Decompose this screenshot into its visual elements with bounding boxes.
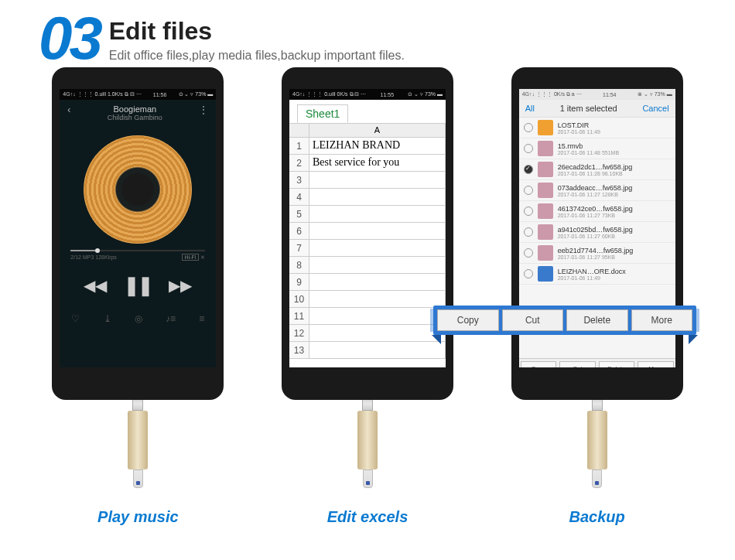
context-menu-small: CopyCutDeleteMore	[519, 358, 675, 378]
select-radio[interactable]	[524, 144, 533, 153]
cell[interactable]	[309, 291, 446, 307]
sheet-row[interactable]: 10	[289, 291, 446, 308]
select-radio[interactable]	[524, 207, 533, 216]
row-number: 2	[289, 155, 309, 171]
hifi-badge: Hi-Fi	[182, 254, 200, 261]
file-thumb	[538, 162, 553, 177]
eq-icon[interactable]: ◎	[135, 313, 142, 324]
sheet-row[interactable]: 6	[289, 223, 446, 240]
sheet-row[interactable]: 3	[289, 172, 446, 189]
context-more-button[interactable]: More	[638, 361, 674, 376]
file-item[interactable]: 26ecad2dc1…fw658.jpg2017-01-06 11:28 98.…	[519, 159, 675, 180]
file-item[interactable]: 15.rmvb2017-01-06 11:48 551MB	[519, 138, 675, 159]
action-bar-overlay: CopyCutDeleteMore	[433, 306, 696, 335]
phone-sheet-column: 4G↑↓ ⋮⋮⋮ 0.uill 0K/s ⧉ ⊟ ⋯ 11:55 ⊙ ⌄ ▿ 7…	[253, 67, 483, 526]
lyrics-icon[interactable]: ♪≡	[166, 313, 176, 324]
select-radio[interactable]	[524, 248, 533, 258]
phone-brand: HUAWEI	[519, 382, 675, 391]
select-radio[interactable]	[524, 123, 533, 132]
download-icon[interactable]: ⤓	[104, 313, 111, 324]
select-radio[interactable]	[524, 269, 533, 278]
section-title: Edit files	[109, 17, 405, 46]
cell[interactable]	[309, 189, 446, 205]
sheet-row[interactable]: 4	[289, 189, 446, 206]
file-name: 073addeacc…fw658.jpg	[558, 184, 671, 192]
more-icon[interactable]: ⋮	[199, 104, 208, 121]
file-item[interactable]: 4613742ce0…fw658.jpg2017-01-06 11:27 73K…	[519, 201, 675, 222]
sheet-row[interactable]: 2Best service for you	[289, 155, 446, 172]
selection-count: 1 item selected	[560, 104, 617, 113]
status-bar: 4G↑↓ ⋮⋮⋮ 0K/s ⧉ a ⋯ 11:54 ⊗ ⌄ ▿ 73% ▬	[519, 89, 675, 100]
sheet-row[interactable]: 8	[289, 257, 446, 274]
context-copy-button[interactable]: Copy	[521, 361, 557, 376]
row-number: 6	[289, 223, 309, 239]
file-name: a941c025bd…fw658.jpg	[558, 226, 671, 234]
cell[interactable]	[309, 223, 446, 239]
sheet-row[interactable]: 9	[289, 274, 446, 291]
cell[interactable]	[309, 308, 446, 324]
phone-files: 4G↑↓ ⋮⋮⋮ 0K/s ⧉ a ⋯ 11:54 ⊗ ⌄ ▿ 73% ▬ Al…	[511, 67, 683, 400]
phone-files-column: 4G↑↓ ⋮⋮⋮ 0K/s ⧉ a ⋯ 11:54 ⊗ ⌄ ▿ 73% ▬ Al…	[482, 67, 712, 526]
context-cut-button[interactable]: Cut	[559, 361, 596, 376]
cell[interactable]	[309, 172, 446, 188]
cell[interactable]	[309, 257, 446, 273]
overlay-more-button[interactable]: More	[631, 309, 693, 331]
cell[interactable]: Best service for you	[309, 155, 446, 171]
phone-brand: HUAWEI	[289, 382, 446, 391]
row-number: 1	[289, 138, 309, 154]
context-delete-button[interactable]: Delete	[599, 361, 635, 376]
cancel-button[interactable]: Cancel	[642, 104, 668, 113]
overlay-copy-button[interactable]: Copy	[437, 309, 499, 331]
cell[interactable]	[309, 240, 446, 256]
file-meta: 2017-01-06 11:28 98.10KB	[558, 171, 671, 176]
file-meta: 2017-01-06 11:48 551MB	[558, 150, 671, 155]
section-number: 03	[39, 14, 100, 62]
file-name: LOST.DIR	[558, 121, 671, 129]
overlay-cut-button[interactable]: Cut	[502, 309, 564, 331]
cell[interactable]	[309, 206, 446, 222]
spreadsheet-grid[interactable]: A 1LEIZHAN BRAND2Best service for you345…	[289, 124, 446, 378]
select-all-button[interactable]: All	[525, 104, 535, 113]
file-item[interactable]: 073addeacc…fw658.jpg2017-01-06 11:27 128…	[519, 180, 675, 201]
like-icon[interactable]: ♡	[71, 313, 80, 324]
cell[interactable]	[309, 342, 446, 358]
row-number: 7	[289, 240, 309, 256]
file-item[interactable]: LOST.DIR2017-01-06 11:49	[519, 118, 675, 138]
sheet-row[interactable]: 12	[289, 325, 446, 342]
file-item[interactable]: eeb21d7744…fw658.jpg2017-01-06 11:27 95K…	[519, 243, 675, 264]
file-item[interactable]: a941c025bd…fw658.jpg2017-01-06 11:27 60K…	[519, 222, 675, 243]
cell[interactable]	[309, 274, 446, 290]
next-button[interactable]: ▶▶	[169, 276, 192, 295]
select-radio[interactable]	[524, 165, 533, 174]
phone-sheet: 4G↑↓ ⋮⋮⋮ 0.uill 0K/s ⧉ ⊟ ⋯ 11:55 ⊙ ⌄ ▿ 7…	[282, 67, 453, 400]
file-thumb	[538, 203, 553, 219]
pause-button[interactable]: ❚❚	[124, 275, 152, 296]
prev-button[interactable]: ◀◀	[84, 276, 107, 295]
sheet-row[interactable]: 1LEIZHAN BRAND	[289, 138, 446, 155]
phone-music-column: 4G↑↓ ⋮⋮⋮ 0.uill 1.0K/s ⧉ ⊟ ⋯ 11:56 ⊙ ⌄ ▿…	[23, 67, 253, 526]
row-number: 5	[289, 206, 309, 222]
overlay-delete-button[interactable]: Delete	[566, 309, 628, 331]
sheet-row[interactable]: 11	[289, 308, 446, 325]
select-radio[interactable]	[524, 227, 533, 237]
shuffle-icon[interactable]: ✕	[200, 254, 205, 260]
status-bar: 4G↑↓ ⋮⋮⋮ 0.uill 1.0K/s ⧉ ⊟ ⋯ 11:56 ⊙ ⌄ ▿…	[60, 89, 216, 100]
sheet-row[interactable]: 13	[289, 342, 446, 359]
sheet-tab[interactable]: Sheet1	[289, 100, 446, 124]
sheet-row[interactable]: 7	[289, 240, 446, 257]
sheet-row[interactable]: 5	[289, 206, 446, 223]
select-radio[interactable]	[524, 186, 533, 195]
file-item[interactable]: LEIZHAN…ORE.docx2017-01-06 11:49	[519, 264, 675, 285]
file-meta: 2017-01-06 11:27 60KB	[558, 234, 671, 239]
column-header[interactable]: A	[309, 124, 446, 137]
file-meta: 2017-01-06 11:27 128KB	[558, 192, 671, 197]
file-meta: 2017-01-06 11:27 95KB	[558, 254, 671, 260]
cell[interactable]: LEIZHAN BRAND	[309, 138, 446, 154]
file-name: 26ecad2dc1…fw658.jpg	[558, 163, 671, 171]
file-meta: 2017-01-06 11:49	[558, 129, 671, 135]
playlist-icon[interactable]: ≡	[199, 313, 204, 324]
cell[interactable]	[309, 325, 446, 341]
progress-slider[interactable]	[70, 250, 205, 251]
file-meta: 2017-01-06 11:27 73KB	[558, 213, 671, 218]
row-number: 13	[289, 342, 309, 358]
